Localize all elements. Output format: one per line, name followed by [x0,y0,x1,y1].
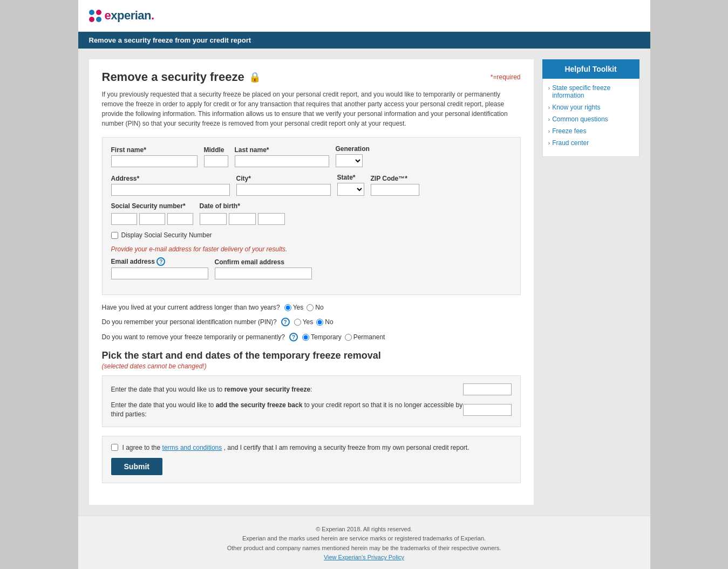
q2-no-radio[interactable] [316,319,323,326]
toolkit-link-3[interactable]: Common questions [552,115,608,123]
state-group: State* ALAKAZAR CACOCTDE FLGAHIID ILINIA… [337,174,364,196]
dob-year-input[interactable] [258,213,285,225]
toolkit-item-3: › Common questions [548,115,634,123]
ssn-dob-row: Social Security number* Date of birth* [111,202,512,225]
zip-input[interactable] [371,184,419,196]
remove-date-label: Enter the date that you would like us to… [111,385,463,394]
privacy-policy-link[interactable]: View Experian's Privacy Policy [324,554,404,560]
main-content: Remove a security freeze 🔒 *=required If… [78,49,650,516]
email-note: Provide your e-mail address for faster d… [111,245,512,253]
email-input[interactable] [111,268,208,279]
agreement-checkbox[interactable] [111,444,118,451]
q2-yes-label: Yes [294,318,314,326]
date-section-title: Pick the start and end dates of the temp… [102,350,521,361]
display-ssn-checkbox[interactable] [111,232,118,239]
q1-row: Have you lived at your current address l… [102,304,521,311]
lock-icon: 🔒 [249,71,261,83]
city-input[interactable] [236,184,331,196]
confirm-email-input[interactable] [215,268,312,279]
add-back-bold: add the security freeze back [216,401,303,409]
q2-radio-group: Yes No [294,318,334,326]
address-input[interactable] [111,184,230,196]
toolkit-link-1[interactable]: State specific freeze information [552,84,633,99]
nav-bar: Remove a security freeze from your credi… [78,32,650,49]
toolkit-link-5[interactable]: Fraud center [552,139,589,147]
q3-row: Do you want to remove your freeze tempor… [102,333,521,341]
q1-yes-radio[interactable] [284,304,291,311]
email-help-icon[interactable]: ? [157,257,165,266]
footer-line1: © Experian 2018. All rights reserved. [87,525,642,534]
ssn-part1-input[interactable] [111,213,137,225]
toolkit-body: › State specific freeze information › Kn… [542,79,639,157]
footer-line3: Other product and company names mentione… [87,544,642,553]
arrow-icon-5: › [548,140,550,146]
page-title-row: Remove a security freeze 🔒 *=required [102,70,521,84]
freeze-help-icon[interactable]: ? [289,333,298,341]
display-ssn-row: Display Social Security Number [111,231,512,239]
zip-group: ZIP Code™* [371,175,419,196]
q1-text: Have you lived at your current address l… [102,304,280,311]
middle-input[interactable] [204,155,228,167]
dob-label: Date of birth* [200,202,285,210]
ssn-part2-input[interactable] [139,213,165,225]
date-section-subtitle: (selected dates cannot be changed!) [102,362,521,370]
generation-label: Generation [336,145,370,153]
first-name-group: First name* [111,146,198,167]
dob-month-input[interactable] [200,213,227,225]
state-label: State* [337,174,364,181]
last-name-group: Last name* [235,146,329,167]
footer-line2: Experian and the marks used herein are s… [87,534,642,544]
form-section: First name* Middle Last name* Generation [102,137,521,295]
ssn-fields [111,213,193,225]
address-group: Address* [111,175,230,196]
toolkit-item-1: › State specific freeze information [548,84,634,99]
arrow-icon-1: › [548,85,550,91]
middle-label: Middle [204,146,228,154]
logo-e: e [105,9,111,22]
last-name-input[interactable] [235,155,329,167]
add-back-date-input[interactable] [463,404,512,416]
agreement-section: I agree to the terms and conditions , an… [102,436,521,483]
generation-select[interactable]: Jr. Sr. II III IV [336,154,363,167]
first-name-label: First name* [111,146,198,154]
dob-day-input[interactable] [229,213,256,225]
dob-fields [200,213,285,225]
q3-temp-radio[interactable] [302,334,309,341]
remove-date-row: Enter the date that you would like us to… [111,383,512,395]
confirm-email-group: Confirm email address [215,258,312,279]
toolkit-link-2[interactable]: Know your rights [552,104,600,111]
address-row: Address* City* State* ALAKAZAR CACOCTDE [111,174,512,196]
dob-group: Date of birth* [200,202,285,225]
q3-perm-label: Permanent [345,333,385,341]
ssn-part3-input[interactable] [167,213,193,225]
first-name-input[interactable] [111,155,198,167]
q3-perm-radio[interactable] [345,334,352,341]
agreement-row: I agree to the terms and conditions , an… [111,444,512,451]
q2-yes-radio[interactable] [294,319,301,326]
q1-no-radio[interactable] [307,304,314,311]
q1-radio-group: Yes No [284,304,324,311]
ssn-group: Social Security number* [111,202,193,225]
page-title: Remove a security freeze 🔒 [102,70,261,84]
q2-row: Do you remember your personal identifica… [102,318,521,326]
toolkit-item-4: › Freeze fees [548,127,634,135]
q2-text-before: Do you remember your personal identifica… [102,318,277,326]
state-select[interactable]: ALAKAZAR CACOCTDE FLGAHIID ILINIAKS KYLA… [337,183,364,196]
middle-group: Middle [204,146,228,167]
intro-text: If you previously requested that a secur… [102,90,521,128]
submit-button[interactable]: Submit [111,458,162,475]
remove-bold: remove your security freeze [224,386,310,393]
city-label: City* [236,175,331,182]
toolkit-link-4[interactable]: Freeze fees [552,127,586,135]
zip-label: ZIP Code™* [371,175,419,182]
remove-date-input[interactable] [463,383,512,395]
add-back-date-row: Enter the date that you would like to ad… [111,401,512,419]
terms-link[interactable]: terms and conditions [162,444,222,451]
page-title-text: Remove a security freeze [102,70,244,84]
right-sidebar: Helpful Toolkit › State specific freeze … [542,59,639,505]
agreement-text: I agree to the terms and conditions , an… [123,444,470,451]
email-label: Email address ? [111,257,208,266]
name-row: First name* Middle Last name* Generation [111,145,512,167]
pin-help-icon[interactable]: ? [281,318,290,326]
left-content: Remove a security freeze 🔒 *=required If… [89,59,534,505]
